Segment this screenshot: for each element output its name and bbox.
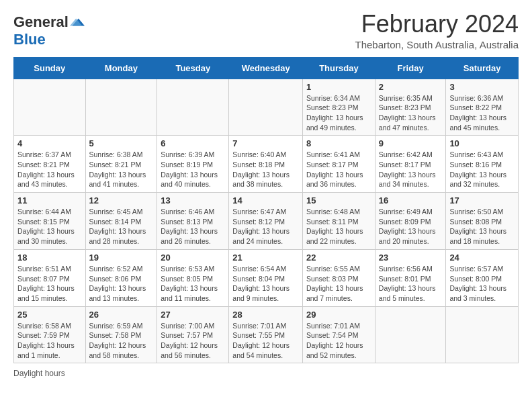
logo-icon [70,15,85,30]
day-number: 26 [89,310,154,320]
title-area: February 2024 Thebarton, South Australia… [355,11,519,50]
day-info: Sunrise: 6:58 AM Sunset: 7:59 PM Dayligh… [17,321,82,361]
calendar-cell: 15Sunrise: 6:48 AM Sunset: 8:11 PM Dayli… [302,193,375,250]
footer-note: Daylight hours [13,369,519,378]
day-number: 24 [449,253,515,263]
day-info: Sunrise: 6:45 AM Sunset: 8:14 PM Dayligh… [89,207,154,246]
calendar-cell: 9Sunrise: 6:42 AM Sunset: 8:17 PM Daylig… [375,136,446,193]
day-number: 2 [379,82,443,92]
header-row: SundayMondayTuesdayWednesdayThursdayFrid… [14,57,519,79]
week-row-3: 11Sunrise: 6:44 AM Sunset: 8:15 PM Dayli… [14,193,519,250]
day-info: Sunrise: 6:36 AM Sunset: 8:22 PM Dayligh… [449,93,515,133]
day-info: Sunrise: 6:57 AM Sunset: 8:00 PM Dayligh… [449,264,515,304]
day-number: 6 [161,138,225,148]
week-row-1: 1Sunrise: 6:34 AM Sunset: 8:23 PM Daylig… [14,79,519,136]
day-header-thursday: Thursday [302,57,375,79]
week-row-4: 18Sunrise: 6:51 AM Sunset: 8:07 PM Dayli… [14,249,519,306]
day-info: Sunrise: 7:01 AM Sunset: 7:54 PM Dayligh… [306,321,371,361]
calendar-cell: 24Sunrise: 6:57 AM Sunset: 8:00 PM Dayli… [446,249,519,306]
calendar-cell: 12Sunrise: 6:45 AM Sunset: 8:14 PM Dayli… [85,193,157,250]
calendar-cell: 28Sunrise: 7:01 AM Sunset: 7:55 PM Dayli… [229,306,303,363]
day-info: Sunrise: 6:44 AM Sunset: 8:15 PM Dayligh… [17,207,82,246]
day-number: 9 [379,138,443,148]
day-number: 17 [449,195,515,205]
week-row-2: 4Sunrise: 6:37 AM Sunset: 8:21 PM Daylig… [14,136,519,193]
calendar-cell: 21Sunrise: 6:54 AM Sunset: 8:04 PM Dayli… [229,249,303,306]
calendar-cell [446,306,519,363]
calendar-cell: 16Sunrise: 6:49 AM Sunset: 8:09 PM Dayli… [375,193,446,250]
day-number: 12 [89,195,154,205]
calendar-cell: 5Sunrise: 6:38 AM Sunset: 8:21 PM Daylig… [85,136,157,193]
calendar-cell: 27Sunrise: 7:00 AM Sunset: 7:57 PM Dayli… [157,306,229,363]
calendar-cell: 3Sunrise: 6:36 AM Sunset: 8:22 PM Daylig… [446,79,519,136]
week-row-5: 25Sunrise: 6:58 AM Sunset: 7:59 PM Dayli… [14,306,519,363]
day-number: 21 [232,253,299,263]
day-header-tuesday: Tuesday [157,57,229,79]
day-number: 1 [306,82,371,92]
day-number: 27 [161,310,225,320]
calendar-cell [229,79,303,136]
day-info: Sunrise: 6:56 AM Sunset: 8:01 PM Dayligh… [379,264,443,304]
day-header-saturday: Saturday [446,57,519,79]
calendar-cell: 26Sunrise: 6:59 AM Sunset: 7:58 PM Dayli… [85,306,157,363]
day-header-sunday: Sunday [14,57,86,79]
calendar-cell: 17Sunrise: 6:50 AM Sunset: 8:08 PM Dayli… [446,193,519,250]
day-info: Sunrise: 6:40 AM Sunset: 8:18 PM Dayligh… [232,150,299,189]
day-info: Sunrise: 6:38 AM Sunset: 8:21 PM Dayligh… [89,150,154,189]
day-number: 18 [17,253,82,263]
day-number: 11 [17,195,82,205]
calendar-cell: 10Sunrise: 6:43 AM Sunset: 8:16 PM Dayli… [446,136,519,193]
day-info: Sunrise: 6:47 AM Sunset: 8:12 PM Dayligh… [232,207,299,246]
day-info: Sunrise: 6:59 AM Sunset: 7:58 PM Dayligh… [89,321,154,361]
day-header-monday: Monday [85,57,157,79]
calendar-cell: 18Sunrise: 6:51 AM Sunset: 8:07 PM Dayli… [14,249,86,306]
day-number: 5 [89,138,154,148]
subtitle: Thebarton, South Australia, Australia [355,39,519,50]
day-header-friday: Friday [375,57,446,79]
calendar-table: SundayMondayTuesdayWednesdayThursdayFrid… [13,57,519,364]
calendar-cell [375,306,446,363]
day-info: Sunrise: 6:39 AM Sunset: 8:19 PM Dayligh… [161,150,225,189]
day-number: 7 [232,138,299,148]
day-info: Sunrise: 7:00 AM Sunset: 7:57 PM Dayligh… [161,321,225,361]
calendar-cell: 11Sunrise: 6:44 AM Sunset: 8:15 PM Dayli… [14,193,86,250]
calendar-cell: 6Sunrise: 6:39 AM Sunset: 8:19 PM Daylig… [157,136,229,193]
day-info: Sunrise: 6:35 AM Sunset: 8:23 PM Dayligh… [379,93,443,133]
day-number: 22 [306,253,371,263]
calendar-cell [14,79,86,136]
day-number: 29 [306,310,371,320]
calendar-cell [157,79,229,136]
logo-general-text: General [13,13,69,31]
day-info: Sunrise: 6:43 AM Sunset: 8:16 PM Dayligh… [449,150,515,189]
day-number: 10 [449,138,515,148]
day-info: Sunrise: 6:42 AM Sunset: 8:17 PM Dayligh… [379,150,443,189]
day-number: 14 [232,195,299,205]
day-number: 16 [379,195,443,205]
day-info: Sunrise: 6:53 AM Sunset: 8:05 PM Dayligh… [161,264,225,304]
day-info: Sunrise: 6:48 AM Sunset: 8:11 PM Dayligh… [306,207,371,246]
calendar-cell: 19Sunrise: 6:52 AM Sunset: 8:06 PM Dayli… [85,249,157,306]
day-info: Sunrise: 6:46 AM Sunset: 8:13 PM Dayligh… [161,207,225,246]
day-info: Sunrise: 6:54 AM Sunset: 8:04 PM Dayligh… [232,264,299,304]
header: General Blue February 2024 Thebarton, So… [13,11,519,50]
calendar-cell: 25Sunrise: 6:58 AM Sunset: 7:59 PM Dayli… [14,306,86,363]
calendar-cell: 8Sunrise: 6:41 AM Sunset: 8:17 PM Daylig… [302,136,375,193]
day-info: Sunrise: 6:34 AM Sunset: 8:23 PM Dayligh… [306,93,371,133]
calendar-cell: 4Sunrise: 6:37 AM Sunset: 8:21 PM Daylig… [14,136,86,193]
logo: General Blue [13,13,85,48]
day-info: Sunrise: 6:51 AM Sunset: 8:07 PM Dayligh… [17,264,82,304]
day-number: 20 [161,253,225,263]
day-info: Sunrise: 6:55 AM Sunset: 8:03 PM Dayligh… [306,264,371,304]
day-info: Sunrise: 6:37 AM Sunset: 8:21 PM Dayligh… [17,150,82,189]
calendar-cell: 7Sunrise: 6:40 AM Sunset: 8:18 PM Daylig… [229,136,303,193]
day-info: Sunrise: 7:01 AM Sunset: 7:55 PM Dayligh… [232,321,299,361]
calendar-cell: 1Sunrise: 6:34 AM Sunset: 8:23 PM Daylig… [302,79,375,136]
calendar-cell: 22Sunrise: 6:55 AM Sunset: 8:03 PM Dayli… [302,249,375,306]
day-info: Sunrise: 6:49 AM Sunset: 8:09 PM Dayligh… [379,207,443,246]
calendar-cell: 2Sunrise: 6:35 AM Sunset: 8:23 PM Daylig… [375,79,446,136]
day-number: 13 [161,195,225,205]
calendar-cell: 29Sunrise: 7:01 AM Sunset: 7:54 PM Dayli… [302,306,375,363]
day-number: 15 [306,195,371,205]
calendar-cell: 13Sunrise: 6:46 AM Sunset: 8:13 PM Dayli… [157,193,229,250]
calendar-cell: 23Sunrise: 6:56 AM Sunset: 8:01 PM Dayli… [375,249,446,306]
